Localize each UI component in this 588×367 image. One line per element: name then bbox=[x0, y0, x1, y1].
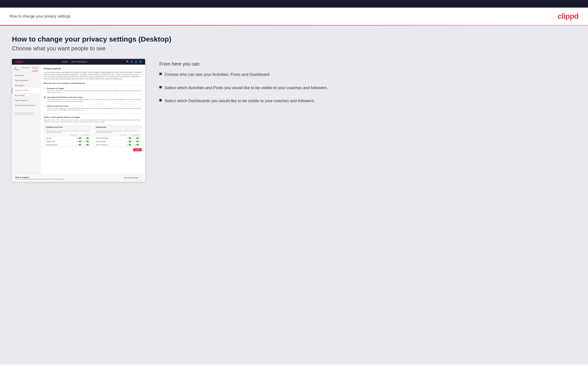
mock-toggle-practice-followers[interactable]: ON bbox=[84, 141, 90, 142]
mock-sidebar-golf-bag[interactable]: My Golf Bag› bbox=[12, 93, 40, 98]
bullet-list: Choose who can see your Activities, Post… bbox=[159, 72, 576, 104]
mock-toggle-manual-followers[interactable]: ON bbox=[84, 144, 90, 146]
mock-activities-cols: COACHES FOLLOWERS bbox=[44, 134, 92, 137]
mock-save-row: Save bbox=[44, 147, 142, 153]
mock-tab-profile: My Profile bbox=[14, 67, 19, 71]
mock-radio-everyone-btn[interactable] bbox=[44, 88, 46, 90]
mock-radio-coach-btn[interactable] bbox=[44, 105, 46, 107]
mock-nav-icons: 🔍 ⊞ 👤 🌐 bbox=[126, 61, 142, 63]
bullet-item-3: Select which Dashboards you would like t… bbox=[159, 98, 576, 104]
mock-dashboards-section: Dashboards Select the types of activity … bbox=[94, 125, 142, 147]
mock-radio-followers-btn[interactable] bbox=[44, 96, 46, 98]
mock-search-icon: 🔍 bbox=[126, 61, 129, 63]
mock-toggle-what-to-work: What To Work On ON ON bbox=[94, 143, 141, 147]
mock-toggle-practice: Practice Drills ON ON bbox=[44, 140, 92, 143]
header-title: How to change your privacy settings bbox=[9, 14, 71, 18]
mock-toggle-rounds-followers[interactable]: ON bbox=[84, 137, 90, 139]
mock-toggle-round-coaches[interactable]: ON bbox=[126, 141, 132, 142]
mock-help-desc: Visit our Clippd community to troublesho… bbox=[15, 178, 65, 180]
mock-show-hide-desc: Regardless of the privacy controls that … bbox=[44, 119, 142, 123]
main-content: How to change your privacy settings (Des… bbox=[0, 26, 588, 364]
mock-show-hide-title: Show or hide specific features in Clippd bbox=[44, 116, 142, 118]
screenshot-container: clippd Home My Performance 🔍 ⊞ 👤 🌐 My bbox=[12, 59, 145, 182]
mock-nav-home: Home bbox=[62, 61, 68, 63]
mock-sidebar-privacy-controls[interactable]: Privacy Controls› bbox=[12, 88, 40, 93]
mock-toggle-manual-coaches[interactable]: ON bbox=[76, 144, 82, 146]
top-bar bbox=[0, 0, 588, 8]
bullet-text-3: Select which Dashboards you would like t… bbox=[164, 98, 315, 104]
header: How to change your privacy settings clip… bbox=[0, 8, 588, 25]
mock-activities-section: Activities and Posts Select the types of… bbox=[44, 125, 92, 147]
mock-toggle-work-coaches[interactable]: ON bbox=[126, 144, 132, 146]
bullet-text-1: Choose who can see your Activities, Post… bbox=[164, 72, 270, 78]
mock-sidebar: My Profile Connections Settings My Accou… bbox=[12, 65, 40, 174]
mock-who-title: Who Can See Your Activities and Dashboar… bbox=[44, 82, 142, 85]
mock-dashboards-header: Dashboards bbox=[94, 125, 141, 129]
mock-help-text: Help & Support Visit our Clippd communit… bbox=[15, 176, 65, 180]
logo: clippd bbox=[558, 12, 579, 21]
mock-help-bar: Help & Support Visit our Clippd communit… bbox=[12, 174, 145, 182]
mock-logo: clippd bbox=[15, 60, 23, 63]
mock-tab-connections: Connections bbox=[21, 67, 30, 71]
mock-toggle-round-insights: Round Insights ON ON bbox=[94, 140, 141, 143]
bullet-square-3 bbox=[159, 99, 162, 101]
content-row: clippd Home My Performance 🔍 ⊞ 👤 🌐 My bbox=[12, 59, 576, 182]
mock-toggle-practice-coaches[interactable]: ON bbox=[76, 141, 82, 142]
mock-nav-bar: clippd Home My Performance 🔍 ⊞ 👤 🌐 bbox=[12, 59, 145, 65]
mock-activities-desc: Select the types of activity that you'd … bbox=[44, 129, 92, 134]
info-panel: From here you can: Choose who can see yo… bbox=[159, 59, 576, 111]
bullet-text-2: Select which Activities and Posts you wo… bbox=[164, 85, 328, 91]
mock-sidebar-service-policy[interactable]: Service & Privacy Policy ↗ bbox=[12, 103, 40, 108]
mock-privacy-desc: Control how you and your data appears to… bbox=[44, 71, 142, 80]
info-from-here-title: From here you can: bbox=[159, 61, 576, 67]
bullet-item-2: Select which Activities and Posts you wo… bbox=[159, 85, 576, 91]
mock-sidebar-help[interactable]: Help & Support ↗ bbox=[12, 98, 40, 103]
mock-toggle-round-followers[interactable]: ON bbox=[134, 141, 140, 142]
mock-toggles-row: Activities and Posts Select the types of… bbox=[44, 125, 142, 147]
page-subtitle: Choose what you want people to see bbox=[12, 45, 576, 52]
mock-sidebar-tabs: My Profile Connections Settings bbox=[12, 67, 40, 73]
mock-radio-coach-only[interactable]: Only You and Your Coach Only you and the… bbox=[44, 105, 142, 111]
mock-grid-icon: ⊞ bbox=[131, 61, 133, 63]
mock-activities-header: Activities and Posts bbox=[44, 125, 92, 129]
mock-help-title: Help & Support bbox=[15, 176, 65, 178]
mock-sidebar-data-integrations[interactable]: Data Integrations› bbox=[12, 78, 40, 83]
mock-sidebar-my-account[interactable]: My Account› bbox=[12, 73, 40, 78]
mock-dashboards-cols: COACHES FOLLOWERS bbox=[94, 134, 141, 137]
mock-nav-performance: My Performance bbox=[72, 61, 87, 63]
footer: Copyright Clippd 2022 bbox=[0, 364, 588, 367]
mock-user-icon: 👤 bbox=[135, 61, 137, 63]
mock-toggle-player-coaches[interactable]: ON bbox=[126, 137, 132, 139]
bullet-square-2 bbox=[159, 86, 162, 88]
mock-tab-settings: Settings bbox=[32, 67, 38, 71]
page-title: How to change your privacy settings (Des… bbox=[12, 35, 576, 43]
mock-radio-followers[interactable]: Only Approved Followers and Your Coach O… bbox=[44, 96, 142, 103]
bullet-item-1: Choose who can see your Activities, Post… bbox=[159, 72, 576, 78]
mock-sidebar-version: Clippd Client Version: 2022.8.2SQL Serve… bbox=[12, 110, 40, 117]
mock-toggle-player-followers[interactable]: ON bbox=[134, 137, 140, 139]
mock-toggle-work-followers[interactable]: ON bbox=[134, 144, 140, 146]
mock-body: My Profile Connections Settings My Accou… bbox=[12, 65, 145, 174]
mock-divider bbox=[44, 114, 142, 114]
mock-toggle-player-dashboard: Player Dashboard ON ON bbox=[94, 137, 141, 140]
mock-radio-everyone[interactable]: Everyone on Clippd Everyone on Clippd ca… bbox=[44, 87, 142, 94]
bullet-square-1 bbox=[159, 73, 162, 75]
mock-nav-links: Home My Performance bbox=[62, 61, 87, 63]
mock-toggle-manual: Manual Activities ON ON bbox=[44, 143, 92, 147]
mock-dashboards-desc: Select the types of activity that you'd … bbox=[94, 129, 141, 134]
mock-globe-icon: 🌐 bbox=[139, 61, 142, 63]
mock-sidebar-subscription[interactable]: Subscription› bbox=[12, 83, 40, 88]
mock-main: Privacy Controls Control how you and you… bbox=[40, 65, 145, 174]
mock-toggle-rounds: Rounds ON ON bbox=[44, 137, 92, 140]
mock-toggle-rounds-coaches[interactable]: ON bbox=[76, 137, 82, 139]
mock-visit-community-btn[interactable]: Visit Our Community ↗ bbox=[121, 176, 142, 180]
mock-save-button[interactable]: Save bbox=[133, 148, 142, 151]
mock-privacy-title: Privacy Controls bbox=[44, 67, 142, 70]
